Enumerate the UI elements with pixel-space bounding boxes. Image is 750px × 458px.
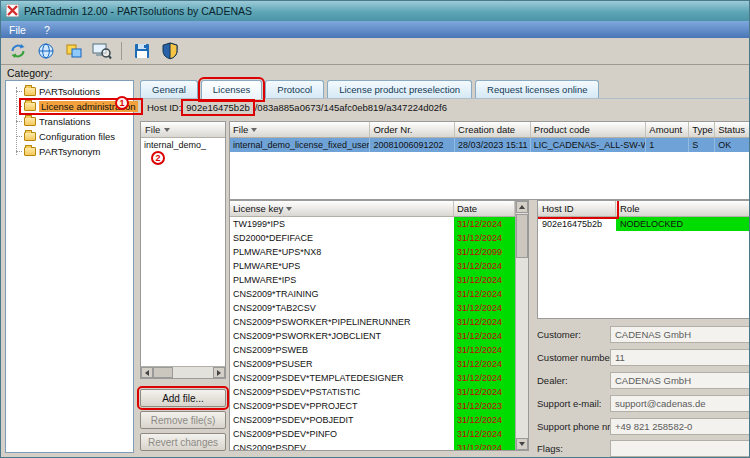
license-files-table: File Order Nr. Creation date Product cod…: [229, 121, 750, 200]
form-row-dealer: Dealer: CADENAS GmbH: [537, 372, 750, 389]
license-key-row[interactable]: CNS2009*PSWORKER*JOBCLIENT31/12/2024: [230, 329, 515, 343]
cell-type: S: [689, 138, 715, 152]
license-key: CNS2009*PSDEV*TEMPLATEDESIGNER: [230, 371, 454, 385]
host-id-value: 902e16475b2b: [184, 102, 251, 113]
import-icon[interactable]: [61, 40, 86, 63]
sidebar-item-partsolutions[interactable]: PARTsolutions: [6, 84, 133, 99]
license-date: 31/12/2024: [454, 315, 515, 329]
column-header-host-id[interactable]: Host ID: [538, 201, 616, 216]
file-list-header[interactable]: File: [141, 122, 225, 138]
folder-icon: [24, 102, 36, 111]
tab-request-licenses-online[interactable]: Request licenses online: [475, 80, 599, 99]
license-key-row[interactable]: CNS2009*PSDEV*PSTATISTIC31/12/2024: [230, 385, 515, 399]
host-id-rest: /083a885a0673/145afc0eb819/a347224d02f6: [255, 102, 447, 113]
scroll-right-icon[interactable]: [213, 367, 225, 378]
tab-protocol[interactable]: Protocol: [265, 80, 324, 99]
menu-bar: File ?: [1, 21, 750, 38]
license-key-vscrollbar[interactable]: [515, 201, 528, 450]
scrollbar-thumb[interactable]: [516, 214, 528, 258]
license-key-row[interactable]: PLMWARE*UPS31/12/2024: [230, 259, 515, 273]
license-key-row[interactable]: CNS2009*PSDEV*PINFO31/12/2024: [230, 427, 515, 441]
sidebar-item-partsynonym[interactable]: PARTsynonym: [6, 144, 133, 159]
sidebar-item-translations[interactable]: Translations: [6, 114, 133, 129]
license-date: 31/12/2024: [454, 273, 515, 287]
tab-licenses[interactable]: Licenses: [201, 80, 263, 99]
tree-label: PARTsynonym: [39, 146, 100, 157]
host-id-label: Host ID:: [147, 102, 181, 113]
customer-field[interactable]: CADENAS GmbH: [610, 326, 750, 343]
column-header-date[interactable]: Date: [454, 201, 515, 216]
annotation-step-2: 2: [151, 151, 165, 165]
license-key-row[interactable]: CNS2009*PSDEV31/12/2024: [230, 441, 515, 450]
column-header-order-nr[interactable]: Order Nr.: [370, 122, 455, 137]
license-key-row[interactable]: CNS2009*PSWORKER*PIPELINERUNNER31/12/202…: [230, 315, 515, 329]
license-key: TW1999*IPS: [230, 217, 454, 231]
column-header-product-code[interactable]: Product code: [531, 122, 647, 137]
save-icon[interactable]: [129, 40, 154, 63]
flags-field[interactable]: [610, 440, 750, 457]
license-key-row[interactable]: CNS2009*PSUSER31/12/2024: [230, 357, 515, 371]
inspect-computer-icon[interactable]: [89, 40, 114, 63]
sidebar-item-configuration-files[interactable]: Configuration files: [6, 129, 133, 144]
license-key-row[interactable]: CNS2009*TRAINING31/12/2024: [230, 287, 515, 301]
license-key: CNS2009*PSDEV*POBJEDIT: [230, 413, 454, 427]
refresh-icon[interactable]: [5, 40, 30, 63]
customer-label: Customer:: [537, 329, 581, 340]
license-key-row[interactable]: CNS2009*PSDEV*PPROJECT31/12/2023: [230, 399, 515, 413]
license-key-row[interactable]: SD2000*DEFIFACE31/12/2024: [230, 231, 515, 245]
sort-icon: [251, 128, 257, 132]
license-key-row[interactable]: TW1999*IPS31/12/2024: [230, 217, 515, 231]
license-date: 31/12/2024: [454, 301, 515, 315]
customer-number-field[interactable]: 11: [610, 349, 750, 366]
file-list-item[interactable]: internal_demo_: [141, 138, 225, 152]
license-key-table-header: License key Date: [230, 201, 528, 217]
revert-changes-button[interactable]: Revert changes: [140, 433, 226, 451]
support-email-field[interactable]: support@cadenas.de: [610, 395, 750, 412]
title-bar: PARTadmin 12.00 - PARTsolutions by CADEN…: [1, 1, 750, 21]
host-role-table: Host ID Role 902e16475b2b NODELOCKED: [537, 200, 750, 319]
license-key-row[interactable]: PLMWARE*UPS*NX831/12/2099: [230, 245, 515, 259]
column-header-amount[interactable]: Amount: [646, 122, 689, 137]
column-header-role[interactable]: Role: [616, 201, 749, 216]
column-header-file[interactable]: File: [230, 122, 370, 137]
app-icon: [6, 4, 19, 19]
license-key-row[interactable]: CNS2009*PSDEV*POBJEDIT31/12/2024: [230, 413, 515, 427]
license-date: 31/12/2024: [454, 259, 515, 273]
host-role-row[interactable]: 902e16475b2b NODELOCKED: [538, 217, 749, 231]
license-shield-icon[interactable]: [157, 40, 182, 63]
add-file-button[interactable]: Add file...: [140, 389, 226, 407]
folder-icon: [24, 132, 36, 141]
scroll-left-icon[interactable]: [141, 367, 153, 378]
license-key-row[interactable]: CNS2009*PSDEV*TEMPLATEDESIGNER31/12/2024: [230, 371, 515, 385]
globe-icon[interactable]: [33, 40, 58, 63]
cell-status: OK: [715, 138, 749, 152]
column-header-status[interactable]: Status: [715, 122, 749, 137]
license-key-row[interactable]: CNS2009*PSWEB31/12/2024: [230, 343, 515, 357]
license-key: CNS2009*PSWEB: [230, 343, 454, 357]
scroll-down-icon[interactable]: [516, 438, 528, 450]
dealer-field[interactable]: CADENAS GmbH: [610, 372, 750, 389]
category-label: Category:: [7, 67, 53, 79]
column-header-license-key[interactable]: License key: [230, 201, 454, 216]
menu-file[interactable]: File: [9, 24, 26, 36]
table-row-selected[interactable]: internal_demo_license_fixed_users.cnsldb…: [230, 138, 749, 152]
license-date: 31/12/2023: [454, 399, 515, 413]
cell-order-nr: 20081006091202: [370, 138, 455, 152]
support-phone-field[interactable]: +49 821 258582-0: [610, 418, 750, 435]
file-list-hscrollbar[interactable]: [141, 366, 225, 378]
scrollbar-thumb[interactable]: [153, 367, 173, 378]
sidebar-item-license-administration[interactable]: License administration: [6, 99, 133, 114]
sort-icon: [164, 128, 170, 132]
tab-license-product-preselection[interactable]: License product preselection: [327, 80, 472, 99]
column-header-creation-date[interactable]: Creation date: [455, 122, 531, 137]
scroll-up-icon[interactable]: [516, 201, 528, 213]
license-key-row[interactable]: PLMWARE*IPS31/12/2024: [230, 273, 515, 287]
license-key-row[interactable]: CNS2009*TAB2CSV31/12/2024: [230, 301, 515, 315]
license-key-rows: TW1999*IPS31/12/2024 SD2000*DEFIFACE31/1…: [230, 217, 515, 450]
folder-icon: [24, 147, 36, 156]
remove-files-button[interactable]: Remove file(s): [140, 411, 226, 429]
menu-help[interactable]: ?: [44, 24, 50, 36]
tree-label: Translations: [39, 116, 90, 127]
tab-general[interactable]: General: [140, 80, 198, 99]
column-header-type[interactable]: Type: [689, 122, 715, 137]
